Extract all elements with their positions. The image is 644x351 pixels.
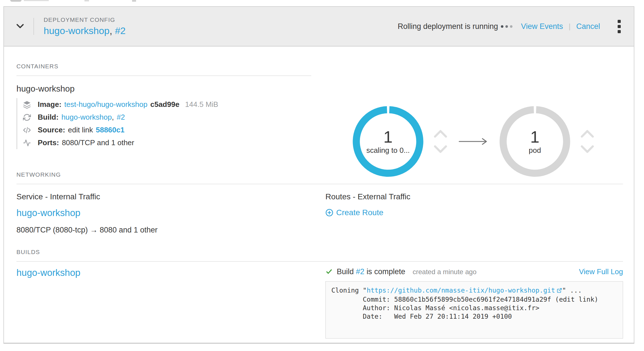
log-line-cloning: Cloning "https://github.com/nmasse-itix/… (331, 286, 617, 295)
scaling-from-label: scaling to 0... (366, 146, 410, 155)
service-title: Service - Internal Traffic (16, 192, 311, 201)
build-version-link[interactable]: #2 (117, 113, 125, 122)
cancel-deployment-link[interactable]: Cancel (576, 22, 600, 31)
card-header: DEPLOYMENT CONFIG hugo-workshop, #2 Roll… (4, 7, 634, 46)
service-port-mapping: 8080/TCP (8080-tcp) → 8080 and 1 other (16, 226, 311, 234)
scale-up-button[interactable] (433, 129, 448, 138)
header-divider (33, 18, 34, 35)
pod-count: 1 (530, 128, 539, 145)
container-detail-list: Image: test-hugo/hugo-workshop c5ad99e 1… (16, 98, 306, 149)
build-link[interactable]: hugo-workshop (62, 113, 112, 122)
image-hash: c5ad99e (150, 100, 179, 109)
collapse-toggle-button[interactable] (14, 20, 26, 33)
build-log-box: Cloning "https://github.com/nmasse-itix/… (325, 281, 623, 339)
replica-up-button[interactable] (580, 129, 595, 138)
source-label: Source: (38, 126, 65, 134)
networking-section: NETWORKING Service - Internal Traffic hu… (16, 171, 623, 234)
routes-title: Routes - External Traffic (325, 192, 623, 201)
external-link-icon (557, 287, 562, 295)
deployment-config-link[interactable]: hugo-workshop (44, 25, 109, 36)
ports-label: Ports: (38, 138, 59, 147)
build-status-row: Build #2 is complete created a minute ag… (325, 267, 623, 276)
refresh-icon (22, 113, 32, 121)
loading-dots-icon (501, 25, 512, 28)
container-name: hugo-workshop (16, 84, 623, 94)
source-text: edit link (68, 126, 93, 134)
image-label: Image: (38, 100, 62, 109)
scaling-from-count: 1 (384, 128, 393, 145)
activity-icon (22, 139, 32, 147)
link-separator: | (569, 22, 571, 31)
check-icon (325, 268, 333, 276)
build-number-link[interactable]: #2 (356, 267, 365, 276)
ports-row: Ports: 8080/TCP and 1 other (22, 136, 306, 149)
source-row: Source: edit link 58860c1 (22, 124, 306, 136)
image-link[interactable]: test-hugo/hugo-workshop (64, 100, 147, 109)
create-route-label: Create Route (336, 208, 384, 217)
deployment-version-link[interactable]: #2 (115, 25, 126, 36)
cropped-artifact (132, 0, 136, 2)
cropped-artifact (84, 0, 89, 1)
log-line-author: Author: Nicolas Massé <nicolas.masse@iti… (331, 304, 617, 312)
build-status-text: Build #2 is complete (337, 267, 405, 276)
layers-icon (22, 100, 32, 109)
cropped-artifact (24, 0, 49, 1)
cropped-artifact (10, 0, 22, 2)
builds-section-heading: BUILDS (16, 249, 623, 262)
builds-section: BUILDS hugo-workshop Build #2 is complet… (16, 249, 623, 339)
ports-text: 8080/TCP and 1 other (62, 138, 134, 147)
build-config-column: hugo-workshop (16, 267, 311, 339)
scaling-group: 1 scaling to 0... 1 (353, 106, 595, 177)
plus-circle-icon (325, 209, 333, 217)
view-full-log-link[interactable]: View Full Log (579, 267, 623, 276)
page-title: hugo-workshop, #2 (44, 25, 126, 36)
service-link[interactable]: hugo-workshop (16, 208, 80, 218)
image-row: Image: test-hugo/hugo-workshop c5ad99e 1… (22, 98, 306, 111)
build-label: Build: (38, 113, 59, 122)
log-line-commit: Commit: 58860c1b56f5899cb50ec6961f2e4718… (331, 295, 617, 304)
scale-stepper (433, 129, 448, 154)
routes-column: Routes - External Traffic Create Route (325, 192, 623, 234)
chevron-up-icon (433, 134, 448, 139)
title-block: DEPLOYMENT CONFIG hugo-workshop, #2 (44, 16, 126, 36)
arrow-right-icon (458, 138, 489, 145)
replica-stepper (580, 129, 595, 154)
kebab-menu-button[interactable] (616, 18, 622, 35)
deployment-pod-donut: 1 scaling to 0... (353, 106, 423, 177)
replica-down-button[interactable] (580, 145, 595, 154)
code-icon (22, 126, 32, 134)
image-size: 144.5 MiB (185, 100, 218, 109)
title-separator: , (109, 25, 112, 36)
create-route-link[interactable]: Create Route (325, 208, 384, 217)
chevron-down-icon (580, 150, 595, 155)
resource-kind-label: DEPLOYMENT CONFIG (44, 16, 126, 23)
replica-pod-donut: 1 pod (499, 106, 570, 177)
view-events-link[interactable]: View Events (521, 22, 563, 31)
source-commit-link[interactable]: 58860c1 (96, 126, 124, 134)
card-body: CONTAINERS hugo-workshop Image: test-hug… (4, 46, 634, 339)
scale-down-button[interactable] (433, 145, 448, 154)
build-status-column: Build #2 is complete created a minute ag… (325, 267, 623, 339)
chevron-up-icon (580, 134, 595, 139)
build-separator: , (112, 113, 114, 122)
chevron-down-icon (433, 150, 448, 155)
service-column: Service - Internal Traffic hugo-workshop… (16, 192, 311, 234)
deployment-config-card: DEPLOYMENT CONFIG hugo-workshop, #2 Roll… (3, 6, 634, 344)
chevron-down-icon (14, 20, 26, 33)
git-repo-link[interactable]: https://github.com/nmasse-itix/hugo-work… (367, 287, 555, 294)
build-config-link[interactable]: hugo-workshop (16, 267, 80, 278)
build-created-timestamp: created a minute ago (413, 268, 476, 276)
build-row: Build: hugo-workshop, #2 (22, 111, 306, 124)
deployment-status-text: Rolling deployment is running (398, 22, 498, 31)
containers-section-heading: CONTAINERS (16, 63, 311, 76)
log-line-date: Date: Wed Feb 27 20:11:14 2019 +0100 (331, 312, 617, 321)
pod-count-label: pod (529, 146, 541, 155)
